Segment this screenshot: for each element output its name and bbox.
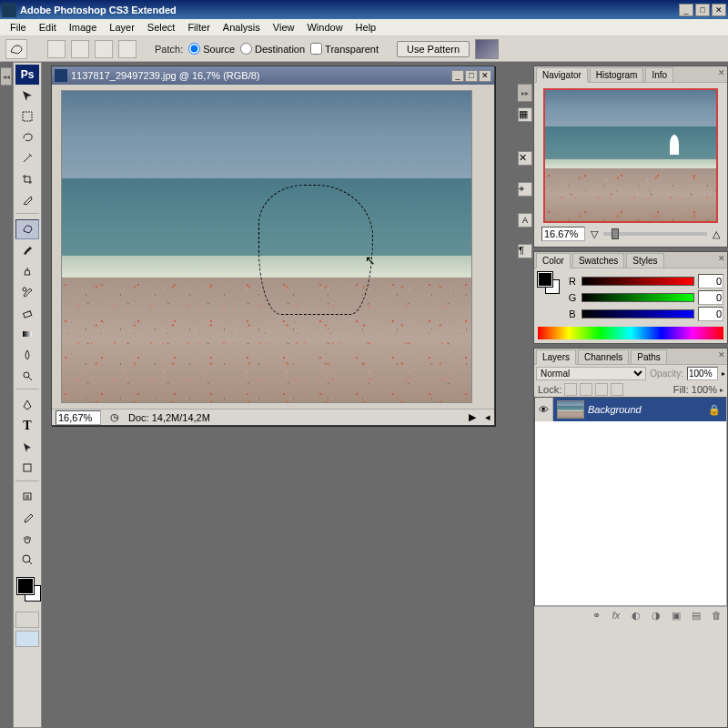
dock-icon-char[interactable]: A <box>518 213 532 228</box>
menu-image[interactable]: Image <box>63 20 104 35</box>
zoom-in-icon[interactable]: △ <box>713 228 720 240</box>
g-value[interactable]: 0 <box>698 290 723 305</box>
eyedropper-tool[interactable] <box>15 508 39 528</box>
opacity-field[interactable]: 100% <box>687 367 718 380</box>
subtract-selection-icon[interactable] <box>95 40 113 58</box>
scroll-left-icon[interactable]: ◂ <box>485 411 490 423</box>
layers-close-icon[interactable]: ✕ <box>718 350 725 359</box>
adjustment-layer-icon[interactable]: ◑ <box>649 610 663 622</box>
gradient-tool[interactable] <box>15 324 39 344</box>
eraser-tool[interactable] <box>15 303 39 323</box>
tab-navigator[interactable]: Navigator <box>536 67 588 83</box>
tab-histogram[interactable]: Histogram <box>590 67 644 82</box>
doc-minimize-button[interactable]: _ <box>451 70 464 82</box>
tab-swatches[interactable]: Swatches <box>572 253 624 268</box>
fill-field[interactable]: 100% <box>692 384 717 395</box>
color-spectrum[interactable] <box>538 327 723 339</box>
opacity-arrow-icon[interactable]: ▸ <box>722 369 725 378</box>
toolbox-collapse-toggle[interactable]: ◂◂ <box>1 67 12 86</box>
tab-layers[interactable]: Layers <box>536 349 576 365</box>
patch-destination-radio[interactable]: Destination <box>240 43 305 55</box>
lock-pixels-icon[interactable] <box>580 383 592 396</box>
menu-filter[interactable]: Filter <box>181 20 216 35</box>
dodge-tool[interactable] <box>15 366 39 386</box>
patch-tool[interactable] <box>15 219 39 239</box>
lock-position-icon[interactable] <box>595 383 608 396</box>
marquee-tool[interactable] <box>15 106 39 126</box>
brush-tool[interactable] <box>15 240 39 260</box>
layer-fx-icon[interactable]: fx <box>609 610 623 622</box>
notes-tool[interactable] <box>15 487 39 507</box>
intersect-selection-icon[interactable] <box>118 40 136 58</box>
document-titlebar[interactable]: 1137817_29497239.jpg @ 16,7% (RGB/8) _ □… <box>52 66 494 85</box>
zoom-field[interactable]: 16,67% <box>56 410 101 425</box>
tab-color[interactable]: Color <box>536 253 571 268</box>
type-tool[interactable]: T <box>15 416 39 436</box>
menu-file[interactable]: File <box>4 20 33 35</box>
r-value[interactable]: 0 <box>698 274 723 288</box>
screen-mode-toggle[interactable] <box>15 631 39 647</box>
navigator-zoom-slider[interactable] <box>603 232 707 236</box>
color-close-icon[interactable]: ✕ <box>718 254 725 263</box>
use-pattern-button[interactable]: Use Pattern <box>397 41 470 57</box>
blend-mode-select[interactable]: Normal <box>536 367 646 380</box>
new-selection-icon[interactable] <box>47 40 66 58</box>
r-slider[interactable] <box>581 277 694 286</box>
layer-visibility-icon[interactable]: 👁 <box>535 398 553 421</box>
tab-channels[interactable]: Channels <box>578 349 629 364</box>
path-selection-tool[interactable] <box>15 437 39 457</box>
blur-tool[interactable] <box>15 345 39 365</box>
tab-info[interactable]: Info <box>645 67 673 82</box>
maximize-button[interactable]: □ <box>695 4 710 16</box>
layer-mask-icon[interactable]: ◐ <box>629 610 643 622</box>
lasso-tool[interactable] <box>15 127 39 147</box>
menu-layer[interactable]: Layer <box>103 20 141 35</box>
crop-tool[interactable] <box>15 169 39 189</box>
color-panel-swatches[interactable] <box>538 272 561 296</box>
clone-stamp-tool[interactable] <box>15 261 39 281</box>
doc-close-button[interactable]: ✕ <box>479 70 491 82</box>
hand-tool[interactable] <box>15 529 39 549</box>
pattern-swatch[interactable] <box>475 39 499 59</box>
document-canvas[interactable]: ↖ <box>61 90 472 403</box>
lock-all-icon[interactable] <box>611 383 623 396</box>
shape-tool[interactable] <box>15 458 39 478</box>
menu-window[interactable]: Window <box>300 20 349 35</box>
move-tool[interactable] <box>15 86 39 106</box>
dock-icon-tools[interactable]: ✕ <box>518 151 532 166</box>
menu-analysis[interactable]: Analysis <box>217 20 267 35</box>
b-value[interactable]: 0 <box>698 307 723 321</box>
close-button[interactable]: ✕ <box>712 4 726 16</box>
navigator-close-icon[interactable]: ✕ <box>718 68 725 77</box>
link-layers-icon[interactable]: ⚭ <box>589 610 603 622</box>
slice-tool[interactable] <box>15 190 39 210</box>
zoom-tool[interactable] <box>15 550 39 570</box>
patch-source-radio[interactable]: Source <box>188 43 235 55</box>
transparent-checkbox[interactable]: Transparent <box>310 43 379 55</box>
delete-layer-icon[interactable]: 🗑 <box>709 610 723 622</box>
foreground-color-swatch[interactable] <box>17 578 34 594</box>
tab-styles[interactable]: Styles <box>626 253 663 268</box>
fill-arrow-icon[interactable]: ▸ <box>720 386 723 394</box>
panels-collapse-toggle[interactable]: ▸▸ <box>518 84 532 102</box>
navigator-thumbnail[interactable] <box>543 88 718 223</box>
layer-thumbnail[interactable] <box>557 400 584 419</box>
g-slider[interactable] <box>581 293 694 302</box>
menu-select[interactable]: Select <box>141 20 182 35</box>
dock-icon-1[interactable]: ▦ <box>518 107 532 122</box>
navigator-zoom-field[interactable]: 16.67% <box>541 227 585 241</box>
menu-help[interactable]: Help <box>349 20 383 35</box>
current-tool-icon[interactable] <box>5 39 27 59</box>
menu-view[interactable]: View <box>267 20 301 35</box>
menu-edit[interactable]: Edit <box>33 20 63 35</box>
b-slider[interactable] <box>581 309 694 318</box>
tab-paths[interactable]: Paths <box>631 349 667 364</box>
zoom-out-icon[interactable]: ▽ <box>591 228 598 240</box>
lock-transparency-icon[interactable] <box>564 383 577 396</box>
quick-mask-toggle[interactable] <box>15 612 39 628</box>
doc-maximize-button[interactable]: □ <box>465 70 478 82</box>
dock-icon-para[interactable]: ¶ <box>518 244 532 258</box>
layer-group-icon[interactable]: ▣ <box>669 610 683 622</box>
color-swatches[interactable] <box>15 576 39 607</box>
new-layer-icon[interactable]: ▤ <box>689 610 703 622</box>
